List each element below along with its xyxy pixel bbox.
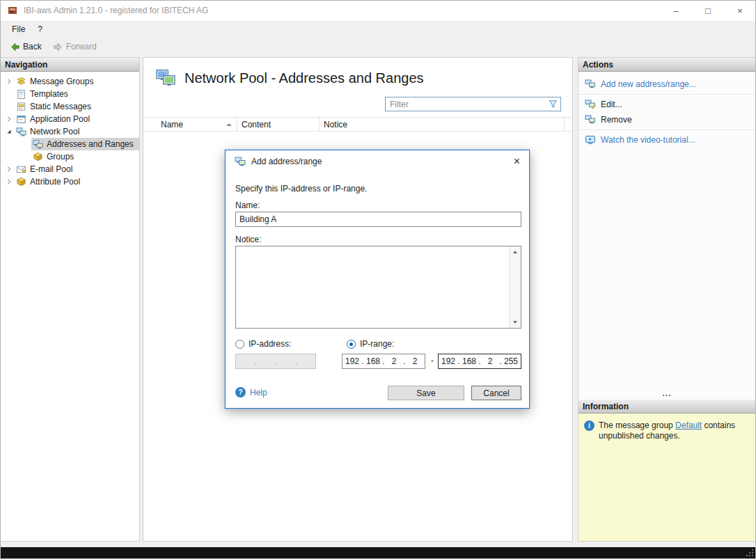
minimize-button[interactable]: –	[660, 0, 692, 21]
octet-separator: .	[294, 356, 299, 366]
sidebar-item-label: Attribute Pool	[30, 177, 80, 187]
sidebar-item-templates[interactable]: Templates	[1, 88, 139, 100]
sidebar-item-label: Addresses and Ranges	[47, 139, 134, 149]
chevron-right-icon[interactable]	[3, 76, 15, 87]
remove-action[interactable]: Remove	[578, 112, 755, 127]
menu-help[interactable]: ?	[31, 22, 49, 36]
sidebar-item-label: Network Pool	[30, 127, 79, 136]
octet[interactable]: 2	[482, 356, 498, 366]
ip-address-field[interactable]: . . .	[235, 354, 316, 369]
title-bar: IBI-aws Admin 1.21.0 - registered for IB…	[0, 0, 756, 21]
maximize-button[interactable]: □	[692, 0, 724, 21]
forward-label: Forward	[66, 42, 97, 52]
column-header-content[interactable]: Content	[237, 118, 320, 131]
actions-header: Actions	[578, 58, 755, 72]
information-panel: i The message group Default contains unp…	[578, 414, 755, 541]
sidebar-item-message-groups[interactable]: Message Groups	[1, 75, 139, 88]
window-title: IBI-aws Admin 1.21.0 - registered for IB…	[24, 6, 208, 15]
back-arrow-icon	[10, 42, 20, 52]
notice-textarea[interactable]	[235, 246, 521, 329]
information-text: The message group Default contains unpub…	[599, 420, 750, 441]
chevron-right-icon[interactable]	[3, 176, 15, 187]
sidebar-item-label: Static Messages	[30, 102, 91, 111]
ip-range-from-field[interactable]: 192 . 168 . 2 . 2	[342, 354, 425, 369]
filter-funnel-icon[interactable]	[548, 99, 558, 109]
dialog-close-icon[interactable]: ×	[514, 156, 520, 167]
sidebar-item-email-pool[interactable]: E-mail Pool	[1, 163, 139, 175]
filter-input[interactable]	[385, 97, 561, 111]
notice-scrollbar[interactable]	[509, 246, 521, 328]
forward-button[interactable]: Forward	[47, 40, 102, 54]
back-button[interactable]: Back	[4, 40, 47, 54]
octet[interactable]: 168	[365, 356, 381, 366]
sidebar-item-label: Message Groups	[30, 77, 93, 86]
octet[interactable]: 2	[386, 356, 402, 366]
app-icon	[7, 5, 18, 16]
templates-icon	[16, 89, 26, 100]
actions-overflow[interactable]: ...	[578, 388, 755, 398]
chevron-expanded-icon[interactable]	[3, 126, 15, 137]
menu-file[interactable]: File	[6, 22, 31, 36]
octet[interactable]: 255	[503, 356, 519, 366]
notice-text-area[interactable]	[236, 246, 509, 328]
octet[interactable]: 168	[461, 356, 478, 366]
cancel-button[interactable]: Cancel	[471, 386, 521, 400]
octet[interactable]: 192	[440, 356, 457, 366]
remove-icon	[585, 115, 596, 125]
sidebar-item-addresses-and-ranges[interactable]: Addresses and Ranges	[1, 138, 139, 150]
save-button[interactable]: Save	[388, 386, 464, 400]
scroll-up-icon[interactable]	[510, 246, 521, 258]
back-label: Back	[23, 42, 42, 52]
dialog-title-bar: Add address/range ×	[226, 150, 529, 173]
notice-label: Notice:	[235, 235, 261, 244]
range-dash: -	[427, 356, 437, 365]
watch-video-tutorial-action[interactable]: Watch the video-tutorial...	[578, 132, 755, 148]
octet[interactable]: 192	[344, 356, 361, 366]
close-button[interactable]: ×	[724, 0, 756, 21]
sidebar-item-network-pool[interactable]: Network Pool	[1, 125, 139, 138]
toolbar: Back Forward	[0, 38, 756, 56]
ip-range-radio[interactable]	[347, 340, 356, 349]
dialog-title: Add address/range	[251, 157, 322, 166]
name-field[interactable]	[235, 212, 521, 227]
sidebar-item-label: Application Pool	[30, 114, 90, 124]
edit-action[interactable]: Edit...	[578, 97, 755, 112]
email-pool-icon	[16, 164, 26, 175]
sort-ascending-icon	[226, 123, 232, 126]
info-icon: i	[584, 420, 594, 431]
dialog-network-icon	[235, 156, 246, 167]
sidebar-item-groups[interactable]: Groups	[1, 150, 139, 163]
help-link[interactable]: ? Help	[235, 387, 267, 397]
resize-grip-icon[interactable]	[752, 555, 753, 556]
navigation-header: Navigation	[1, 58, 139, 72]
default-message-group-link[interactable]: Default	[675, 420, 702, 430]
addresses-and-ranges-icon	[33, 139, 43, 150]
action-label: Edit...	[601, 100, 622, 109]
column-header-notice[interactable]: Notice	[320, 118, 565, 131]
help-icon: ?	[235, 387, 246, 397]
octet[interactable]: 2	[407, 356, 423, 366]
sidebar-item-static-messages[interactable]: Static Messages	[1, 100, 139, 113]
actions-separator	[578, 94, 755, 95]
ip-address-radio[interactable]	[235, 340, 244, 349]
chevron-right-icon[interactable]	[3, 164, 15, 175]
ip-address-radio-group[interactable]: IP-address:	[235, 339, 291, 349]
ip-address-radio-label[interactable]: IP-address:	[249, 339, 291, 349]
sidebar-item-attribute-pool[interactable]: Attribute Pool	[1, 175, 139, 188]
static-messages-icon	[16, 102, 26, 112]
actions-separator	[578, 129, 755, 130]
scroll-down-icon[interactable]	[510, 317, 521, 328]
ip-range-radio-group[interactable]: IP-range:	[347, 339, 394, 349]
action-label: Watch the video-tutorial...	[601, 135, 695, 145]
sidebar-item-label: Templates	[30, 89, 68, 99]
column-header-name[interactable]: Name	[143, 118, 237, 131]
network-pool-title-icon	[155, 69, 176, 87]
sidebar-item-application-pool[interactable]: Application Pool	[1, 113, 139, 125]
actions-body: Add new address/range... Edit... Remove	[578, 72, 755, 400]
add-new-address-range-action[interactable]: Add new address/range...	[578, 77, 755, 92]
ip-range-to-field[interactable]: 192 . 168 . 2 . 255	[438, 354, 521, 369]
page-title: Network Pool - Addresses and Ranges	[184, 70, 424, 86]
ip-range-radio-label[interactable]: IP-range:	[360, 339, 394, 349]
chevron-right-icon[interactable]	[3, 113, 15, 125]
menu-bar: File ?	[0, 21, 756, 38]
